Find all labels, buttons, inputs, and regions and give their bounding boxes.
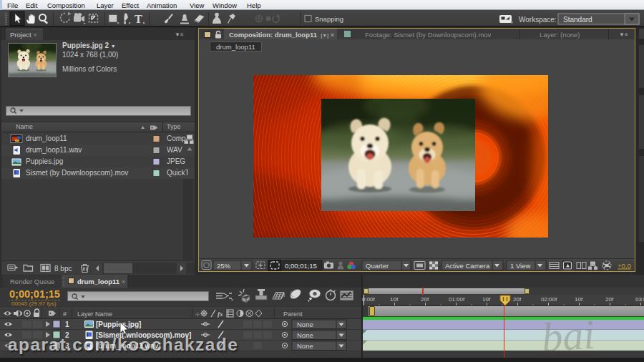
- svg-text:1 View: 1 View: [510, 262, 530, 270]
- svg-text:T: T: [135, 13, 142, 25]
- svg-text:1: 1: [65, 321, 69, 328]
- svg-text:Workspace:: Workspace:: [519, 16, 557, 24]
- svg-text:8 bpc: 8 bpc: [54, 265, 72, 273]
- svg-text:#: #: [63, 310, 67, 318]
- svg-text:[Puppies.jpg]: [Puppies.jpg]: [96, 321, 141, 328]
- svg-text:03:0: 03:0: [635, 296, 644, 303]
- svg-text:0;00;01;15: 0;00;01;15: [285, 262, 317, 270]
- svg-text:Parent: Parent: [283, 310, 303, 318]
- svg-text:10f: 10f: [482, 296, 491, 303]
- svg-text:fx: fx: [218, 310, 223, 318]
- svg-text:10f: 10f: [390, 296, 399, 303]
- svg-text:Layer Name: Layer Name: [77, 310, 112, 318]
- svg-text:Active Camera: Active Camera: [445, 262, 490, 270]
- svg-text:20f: 20f: [421, 296, 429, 303]
- svg-text:10f: 10f: [575, 296, 583, 303]
- svg-text:None: None: [297, 321, 313, 328]
- svg-text:20f: 20f: [605, 296, 614, 303]
- svg-text:20f: 20f: [513, 296, 522, 303]
- svg-text:⊹: ⊹: [195, 311, 200, 318]
- svg-text:Standard: Standard: [563, 16, 592, 24]
- svg-text:25%: 25%: [217, 262, 231, 270]
- svg-text:+0,0: +0,0: [618, 262, 631, 270]
- svg-text:01:00f: 01:00f: [449, 296, 465, 303]
- svg-text:Quarter: Quarter: [366, 262, 389, 270]
- svg-text:Snapping: Snapping: [315, 15, 343, 23]
- svg-text:02:00f: 02:00f: [541, 296, 557, 303]
